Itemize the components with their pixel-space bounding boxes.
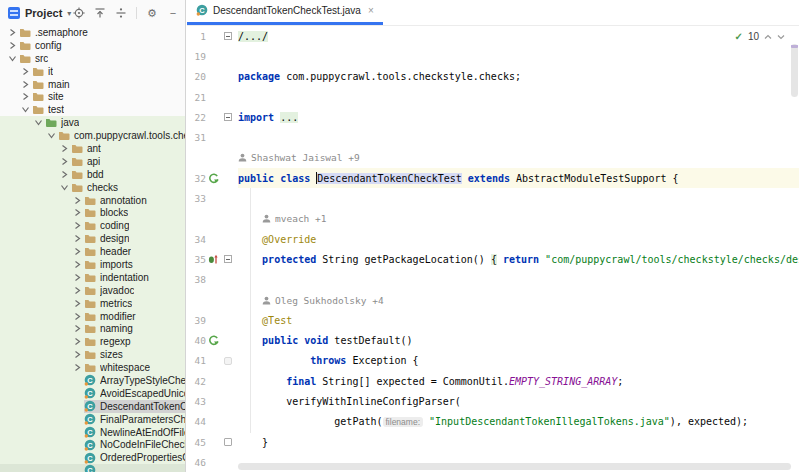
code-line-21[interactable]: 21 — [187, 87, 799, 107]
code-line-42[interactable]: 42 final String[] expected = CommonUtil.… — [187, 371, 799, 391]
tree-item-content[interactable]: main — [32, 78, 185, 91]
code-editor[interactable]: 1/.../1920package com.puppycrawl.tools.c… — [187, 26, 799, 472]
tree-item-descendanttokenchecktest[interactable]: CDescendantTokenCheckTest — [0, 400, 185, 413]
tree-item-content[interactable]: java — [45, 116, 185, 129]
settings-gear-icon[interactable]: ⚙ — [146, 7, 158, 19]
tree-item-content[interactable]: whitespace — [84, 361, 185, 374]
tab-descendant-token-check-test[interactable]: C DescendantTokenCheckTest.java × — [187, 0, 383, 25]
tree-item-checks[interactable]: checks — [0, 181, 185, 194]
chevron-collapsed-icon[interactable] — [71, 273, 84, 282]
tree-item-finalparameterschecktest[interactable]: CFinalParametersCheckTest — [0, 413, 185, 426]
tree-item-coding[interactable]: coding — [0, 219, 185, 232]
tree-item-imports[interactable]: imports — [0, 258, 185, 271]
chevron-up-icon[interactable] — [764, 34, 772, 40]
tree-item-content[interactable]: imports — [84, 258, 185, 271]
close-icon[interactable]: × — [368, 5, 374, 16]
tree-item-annotation[interactable]: annotation — [0, 194, 185, 207]
chevron-collapsed-icon[interactable] — [71, 286, 84, 295]
tree-item-site[interactable]: site — [0, 90, 185, 103]
chevron-expanded-icon[interactable] — [45, 132, 58, 139]
tree-item-nocodeinfilechecktest[interactable]: CNoCodeInFileCheckTest — [0, 439, 185, 452]
chevron-collapsed-icon[interactable] — [71, 350, 84, 359]
expand-collapse-icon[interactable] — [115, 7, 127, 19]
tree-item-content[interactable]: sizes — [84, 348, 185, 361]
fold-marker-icon[interactable] — [224, 113, 232, 121]
tree-item-content[interactable]: site — [32, 90, 185, 103]
tree-item-content[interactable]: COrderedPropertiesCheckTest — [84, 451, 185, 464]
code-line-41[interactable]: 41 throws Exception { — [187, 351, 799, 371]
chevron-collapsed-icon[interactable] — [71, 363, 84, 372]
tree-item-modifier[interactable]: modifier — [0, 310, 185, 323]
tree-item-content[interactable]: src — [19, 52, 185, 65]
chevron-down-icon[interactable] — [777, 34, 785, 40]
target-icon[interactable] — [73, 7, 85, 19]
fold-marker-icon[interactable] — [224, 357, 232, 365]
tree-item-content[interactable]: bdd — [71, 168, 185, 181]
chevron-collapsed-icon[interactable] — [58, 157, 71, 166]
tree-item-content[interactable]: config — [19, 39, 185, 52]
tree-item-content[interactable]: header — [84, 245, 185, 258]
chevron-collapsed-icon[interactable] — [71, 312, 84, 321]
fold-marker-icon[interactable] — [224, 438, 232, 446]
chevron-collapsed-icon[interactable] — [71, 337, 84, 346]
tree-item-content[interactable]: CArrayTypeStyleCheckTest — [84, 374, 185, 387]
tree-item-content[interactable]: metrics — [84, 297, 185, 310]
chevron-collapsed-icon[interactable] — [6, 28, 19, 37]
inspections-widget[interactable]: ✓ 10 — [734, 31, 785, 42]
author-inlay-label[interactable]: mveach +1 — [275, 213, 326, 224]
collapse-all-icon[interactable] — [94, 7, 106, 19]
code-vision-inlay-row[interactable]: mveach +1 — [187, 209, 799, 229]
tree-item-content[interactable]: annotation — [84, 194, 185, 207]
tree-item-sizes[interactable]: sizes — [0, 348, 185, 361]
chevron-collapsed-icon[interactable] — [58, 170, 71, 179]
code-vision-inlay-row[interactable]: Shashwat Jaiswal +9 — [187, 148, 799, 168]
tree-item-content[interactable]: modifier — [84, 310, 185, 323]
chevron-collapsed-icon[interactable] — [71, 234, 84, 243]
overrides-marker-icon[interactable] — [208, 254, 219, 265]
tree-item-main[interactable]: main — [0, 78, 185, 91]
tree-item-arraytypestylechecktest[interactable]: CArrayTypeStyleCheckTest — [0, 374, 185, 387]
author-inlay-label[interactable]: Oleg Sukhodolsky +4 — [275, 295, 384, 306]
tree-item-src[interactable]: src — [0, 52, 185, 65]
tree-item-content[interactable]: coding — [84, 219, 185, 232]
tree-item-content[interactable]: design — [84, 232, 185, 245]
tree-item-api[interactable]: api — [0, 155, 185, 168]
tree-item-test[interactable]: test — [0, 103, 185, 116]
code-line-38[interactable]: 38 — [187, 270, 799, 290]
tree-item-content[interactable]: CNoCodeInFileCheckTest — [84, 439, 185, 452]
tree-item-bdd[interactable]: bdd — [0, 168, 185, 181]
tree-item--semaphore[interactable]: .semaphore — [0, 26, 185, 39]
fold-marker-icon[interactable] — [224, 32, 232, 40]
chevron-expanded-icon[interactable] — [58, 184, 71, 191]
code-line-39[interactable]: 39 @Test — [187, 310, 799, 330]
tree-item-content[interactable]: checks — [71, 181, 185, 194]
chevron-collapsed-icon[interactable] — [58, 144, 71, 153]
code-line-33[interactable]: 33 — [187, 188, 799, 208]
code-line-35[interactable]: 35 protected String getPackageLocation()… — [187, 249, 799, 269]
tree-item-content[interactable]: api — [71, 155, 185, 168]
code-line-43[interactable]: 43 verifyWithInlineConfigParser( — [187, 391, 799, 411]
code-vision-inlay-row[interactable]: Oleg Sukhodolsky +4 — [187, 290, 799, 310]
code-line-32[interactable]: 32public class DescendantTokenCheckTest … — [187, 168, 799, 188]
tree-item-blocks[interactable]: blocks — [0, 206, 185, 219]
chevron-collapsed-icon[interactable] — [71, 247, 84, 256]
tree-item-content[interactable]: blocks — [84, 206, 185, 219]
code-line-45[interactable]: 45 } — [187, 432, 799, 452]
tree-item-it[interactable]: it — [0, 65, 185, 78]
tree-item-content[interactable]: ant — [71, 142, 185, 155]
tree-item-avoidescapedunicodecharactersche[interactable]: CAvoidEscapedUnicodeCharactersChe — [0, 387, 185, 400]
tree-item-design[interactable]: design — [0, 232, 185, 245]
tree-item-javadoc[interactable]: javadoc — [0, 284, 185, 297]
chevron-expanded-icon[interactable] — [6, 55, 19, 62]
hide-panel-icon[interactable]: − — [167, 7, 179, 19]
tree-item-content[interactable]: it — [32, 65, 185, 78]
tree-item-ant[interactable]: ant — [0, 142, 185, 155]
chevron-expanded-icon[interactable] — [32, 119, 45, 126]
chevron-expanded-icon[interactable] — [19, 106, 32, 113]
tree-item-metrics[interactable]: metrics — [0, 297, 185, 310]
tree-item-java[interactable]: java — [0, 116, 185, 129]
code-line-34[interactable]: 34 @Override — [187, 229, 799, 249]
chevron-collapsed-icon[interactable] — [71, 260, 84, 269]
chevron-collapsed-icon[interactable] — [71, 324, 84, 333]
code-line-19[interactable]: 19 — [187, 46, 799, 66]
